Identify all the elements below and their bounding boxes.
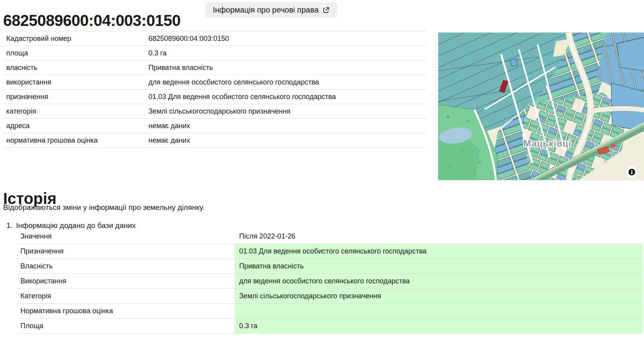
- table-row: ВласністьПриватна власність: [17, 259, 643, 274]
- table-row: Кадастровий номер6825089600:04:003:0150: [3, 31, 426, 46]
- row-label: Призначення: [17, 244, 234, 259]
- row-value: немає даних: [148, 136, 426, 145]
- info-icon: [629, 169, 635, 176]
- table-row: нормативна грошова оцінканемає даних: [3, 133, 426, 148]
- row-label: Власність: [17, 259, 234, 274]
- row-label: Нормативна грошова оцінка: [17, 304, 234, 318]
- row-value: 0.3 га: [234, 319, 643, 333]
- row-label: використання: [3, 78, 148, 86]
- history-table: ЗначенняПісля 2022-01-26Призначення01.03…: [17, 229, 643, 334]
- row-label: Значення: [17, 229, 234, 244]
- row-value: для ведення ососбистого селянського госп…: [148, 78, 426, 86]
- row-value: 01.03 Для ведення особистого селянського…: [234, 244, 643, 259]
- row-label: площа: [3, 49, 148, 57]
- cadastral-parcel-page: 6825089600:04:003:0150 Інформація про ре…: [0, 0, 644, 338]
- row-value: 01.03 Для ведення особистого селянського…: [148, 93, 426, 101]
- row-value: немає даних: [148, 122, 426, 130]
- history-entry-title: 1. Інформацію додано до бази даних: [3, 221, 136, 230]
- row-label: призначення: [3, 93, 148, 101]
- table-row: Призначення01.03 Для ведення особистого …: [17, 244, 643, 259]
- table-row: призначення01.03 Для ведення особистого …: [3, 90, 426, 104]
- row-value: Після 2022-01-26: [234, 229, 643, 244]
- row-label: Категорія: [17, 289, 234, 303]
- external-link-icon: [322, 6, 330, 14]
- map-info-button[interactable]: [626, 167, 637, 178]
- history-entry-number: 1.: [3, 221, 13, 230]
- history-description: Відображаються зміни у інформації про зе…: [3, 203, 205, 212]
- table-row: Нормативна грошова оцінка: [17, 304, 643, 319]
- row-label: Кадастровий номер: [3, 35, 148, 43]
- parcel-info-table: Кадастровий номер6825089600:04:003:0150п…: [3, 31, 426, 148]
- row-label: адреса: [3, 122, 148, 130]
- map-place-label: Мацьківці: [523, 138, 571, 149]
- row-value: для ведення ососбистого селянського госп…: [234, 274, 643, 288]
- row-value: Приватна власність: [148, 64, 426, 72]
- row-value: 0.3 га: [148, 49, 426, 57]
- table-row: Площа0.3 га: [17, 319, 643, 334]
- row-value: [234, 304, 643, 318]
- cadastral-map[interactable]: Мацьківці: [438, 32, 644, 180]
- table-row: адресанемає даних: [3, 119, 426, 133]
- table-row: використаннядля ведення ососбистого селя…: [3, 75, 426, 90]
- row-label: Використання: [17, 274, 234, 288]
- table-row: категоріяЗемлі сільськогосподарського пр…: [3, 104, 426, 119]
- row-label: нормативна грошова оцінка: [3, 136, 148, 145]
- row-label: категорія: [3, 107, 148, 116]
- row-value: Приватна власність: [234, 259, 643, 274]
- table-row: КатегоріяЗемлі сільськогосподарського пр…: [17, 289, 643, 304]
- row-value: 6825089600:04:003:0150: [148, 35, 426, 43]
- row-value: Землі сільськогосподарського призначення: [148, 107, 426, 116]
- table-row: Використаннядля ведення ососбистого селя…: [17, 274, 643, 289]
- property-rights-button[interactable]: Інформація про речові права: [205, 2, 337, 18]
- page-title: 6825089600:04:003:0150: [3, 11, 181, 29]
- row-value: Землі сільськогосподарського призначення: [234, 289, 643, 303]
- table-row: площа0.3 га: [3, 46, 426, 61]
- row-label: Площа: [17, 319, 234, 333]
- table-row: ЗначенняПісля 2022-01-26: [17, 229, 643, 244]
- row-label: власність: [3, 64, 148, 72]
- property-rights-button-label: Інформація про речові права: [213, 6, 318, 15]
- history-entry-label: Інформацію додано до бази даних: [16, 221, 136, 230]
- table-row: власністьПриватна власність: [3, 61, 426, 75]
